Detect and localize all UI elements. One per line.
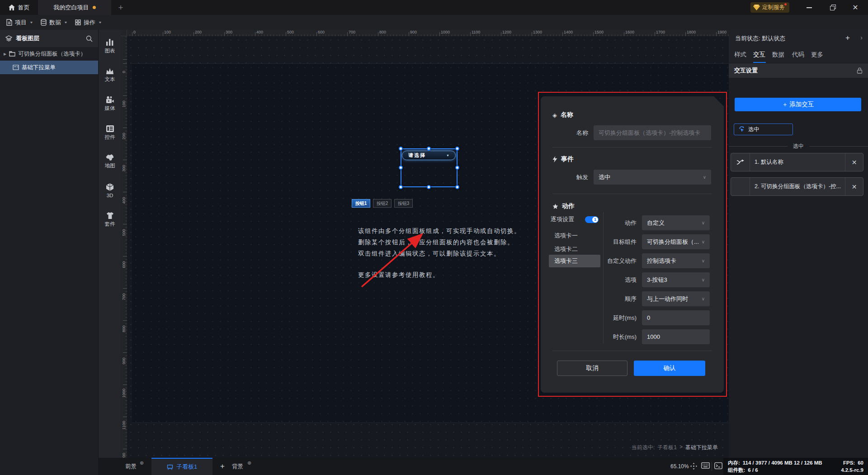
event-group-divider: 选中 — [729, 142, 868, 150]
custom-service-badge[interactable]: 定制服务 — [750, 2, 789, 13]
ruler-corner — [121, 30, 127, 36]
restore-button[interactable] — [824, 0, 842, 15]
lock-icon[interactable] — [857, 67, 863, 74]
action-card[interactable]: 2. 可切换分组面板（选项卡）-控... ✕ — [731, 177, 863, 196]
toolbar-item-charts[interactable]: 图表 — [99, 38, 121, 58]
dropdown-component[interactable]: 请选择 ▼ — [402, 151, 456, 160]
performance-status: 内存: 114 / 3977 / 4096 MB 12 / 126 MB FPS… — [723, 458, 868, 475]
toolbar-item-widgets[interactable]: 控件 — [99, 125, 121, 145]
selected-event-chip[interactable]: 选中 — [734, 124, 793, 135]
toolbar-item-map[interactable]: 地图 — [99, 154, 121, 174]
board-tab[interactable]: 子看板1 — [151, 458, 212, 475]
tab-interaction[interactable]: 交互 — [753, 47, 765, 63]
chevron-down-icon: ∨ — [703, 175, 706, 180]
background-label[interactable]: 背景 — [232, 458, 243, 475]
name-input[interactable]: 可切换分组面板（选项卡）-控制选项卡 — [594, 125, 711, 140]
selection-handle[interactable] — [427, 185, 431, 189]
cursor-click-icon — [739, 126, 745, 133]
cube-icon — [106, 183, 114, 191]
menu-data[interactable]: 数据▼ — [41, 15, 68, 30]
chevron-right-icon[interactable]: › — [860, 34, 863, 41]
action-card[interactable]: 1. 默认名称 ✕ — [731, 153, 863, 171]
remove-action-button[interactable]: ✕ — [845, 153, 863, 171]
project-tab[interactable]: 我的空白项目 — [38, 0, 111, 15]
selection-handle[interactable] — [455, 185, 459, 189]
minimize-button[interactable] — [800, 0, 818, 15]
description-line: 该组件由多个分组面板组成，可实现手动或自动切换。 — [358, 225, 521, 237]
selection-handle[interactable] — [427, 147, 431, 151]
layers-panel-title: 看板图层 — [16, 34, 82, 43]
search-icon[interactable] — [86, 35, 93, 42]
add-board-button[interactable]: + — [216, 458, 229, 475]
layer-item-tab-panel[interactable]: ▶ 可切换分组面板（选项卡） — [0, 47, 98, 61]
crumb-component[interactable]: 基础下拉菜单 — [685, 444, 718, 451]
fit-screen-icon[interactable] — [690, 462, 698, 470]
target-component-select[interactable]: 可切换分组面板（...∨ — [642, 234, 710, 249]
v-ruler[interactable]: 0100200300400500600700800900100011001200 — [121, 36, 127, 458]
menu-operate[interactable]: 操作▼ — [75, 15, 102, 30]
menu-project[interactable]: 项目▼ — [6, 15, 33, 30]
option-select[interactable]: 3-按钮3∨ — [642, 272, 710, 287]
duration-input[interactable]: 1000 — [642, 329, 710, 344]
delay-input[interactable]: 0 — [642, 310, 710, 325]
trigger-select[interactable]: 选中 ∨ — [594, 170, 711, 185]
tab-style[interactable]: 样式 — [734, 47, 746, 63]
crumb-board[interactable]: 子看板1 — [657, 444, 677, 451]
toolbar-item-label: 媒体 — [105, 105, 115, 112]
layers-icon — [5, 35, 12, 42]
field-label: 选项 — [581, 276, 637, 284]
toolbar-item-text[interactable]: 文本 — [99, 67, 121, 87]
foreground-label[interactable]: 前景 — [125, 458, 137, 475]
zoom-level[interactable]: 65.10% — [670, 458, 689, 475]
selection-handle[interactable] — [455, 166, 459, 170]
tab-panel-description[interactable]: 该组件由多个分组面板组成，可实现手动或自动切换。 删除某个按钮后，对应分组面板的… — [358, 225, 521, 280]
add-state-button[interactable]: + — [845, 33, 850, 43]
order-select[interactable]: 与上一动作同时∨ — [642, 291, 710, 306]
home-tab[interactable]: 首页 — [0, 0, 38, 15]
field-label: 顺序 — [581, 295, 637, 303]
field-value: 1000 — [647, 333, 660, 340]
selection-handle[interactable] — [399, 166, 403, 170]
tab-more[interactable]: 更多 — [811, 47, 823, 63]
tab-data[interactable]: 数据 — [772, 47, 784, 63]
field-value: 与上一动作同时 — [647, 295, 688, 303]
menu-project-label: 项目 — [15, 19, 27, 27]
add-foreground-icon[interactable]: ⊕ — [140, 460, 144, 466]
confirm-button[interactable]: 确认 — [634, 361, 705, 376]
keyboard-icon[interactable] — [701, 462, 710, 469]
new-tab-button[interactable]: + — [114, 0, 127, 15]
canvas[interactable]: 按钮1 按钮2 按钮3 该组件由多个分组面板组成，可实现手动或自动切换。 删除某… — [127, 36, 729, 458]
restore-icon — [830, 5, 836, 10]
close-button[interactable]: ✕ — [846, 0, 864, 15]
tab-code[interactable]: 代码 — [792, 47, 804, 63]
selection-handle[interactable] — [455, 147, 459, 151]
action-select[interactable]: 自定义∨ — [642, 215, 710, 230]
h-ruler[interactable]: 0100200300400500600700800900100011001200… — [127, 30, 729, 36]
add-background-icon[interactable]: ⊕ — [247, 460, 251, 466]
trigger-label: 触发 — [554, 173, 588, 181]
tab-button-2[interactable]: 按钮2 — [373, 199, 392, 208]
dropdown-comp-icon — [13, 65, 19, 70]
home-icon — [9, 5, 15, 10]
cancel-button[interactable]: 取消 — [557, 361, 627, 376]
toolbar-item-media[interactable]: 媒体 — [99, 96, 121, 116]
tab-button-1[interactable]: 按钮1 — [352, 199, 370, 208]
selection-handle[interactable] — [399, 185, 403, 189]
toolbar-item-3d[interactable]: 3D — [99, 183, 121, 203]
memory-label: 内存: — [728, 459, 740, 466]
toolbar-item-label: 地图 — [105, 162, 115, 169]
terminal-icon[interactable] — [714, 462, 722, 469]
field-label: 时长(ms) — [581, 333, 637, 341]
add-interaction-button[interactable]: ＋ 添加交互 — [735, 98, 861, 111]
custom-action-select[interactable]: 控制选项卡∨ — [642, 253, 710, 268]
dropdown-placeholder: 请选择 — [408, 152, 426, 159]
layer-item-dropdown[interactable]: 基础下拉菜单 — [0, 61, 98, 74]
expander-icon[interactable]: ▶ — [4, 52, 6, 56]
tab-button-3[interactable]: 按钮3 — [394, 199, 413, 208]
field-label: 动作 — [581, 219, 637, 227]
selection-box[interactable]: 请选择 ▼ — [401, 148, 458, 187]
name-section-header: ◈ 名称 — [552, 111, 573, 119]
selection-handle[interactable] — [399, 147, 403, 151]
remove-action-button[interactable]: ✕ — [845, 178, 863, 195]
toolbar-item-kits[interactable]: 套件 — [99, 212, 121, 232]
